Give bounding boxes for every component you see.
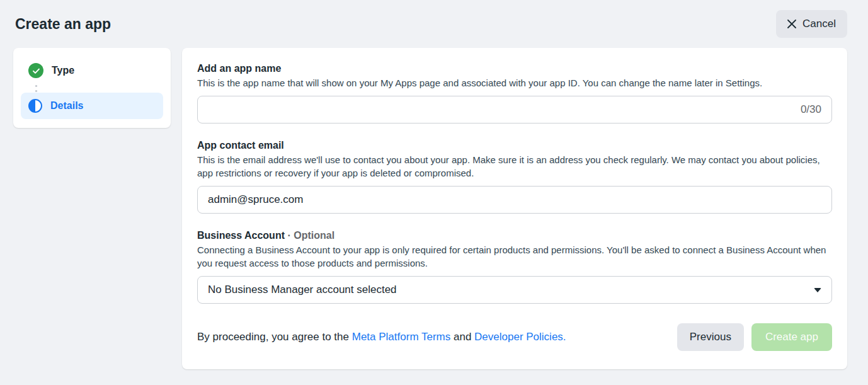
stepper-item-type[interactable]: Type [21, 57, 163, 84]
contact-email-input-wrap [197, 186, 832, 214]
app-name-char-counter: 0/30 [801, 103, 821, 116]
contact-email-description: This is the email address we'll use to c… [197, 153, 832, 180]
app-name-description: This is the app name that will show on y… [197, 76, 832, 89]
contact-email-label: App contact email [197, 140, 832, 151]
business-account-label: Business Account · Optional [197, 230, 832, 241]
business-account-select[interactable]: No Business Manager account selected [197, 276, 832, 304]
business-account-description: Connecting a Business Account to your ap… [197, 243, 832, 270]
stepper-item-type-label: Type [52, 65, 74, 76]
optional-tag: · Optional [287, 230, 334, 241]
stepper-item-details[interactable]: Details [21, 93, 163, 119]
agreement-text: By proceeding, you agree to the Meta Pla… [197, 331, 670, 343]
contact-email-input[interactable] [208, 193, 821, 206]
page-title: Create an app [15, 16, 111, 33]
app-name-label: Add an app name [197, 63, 832, 74]
developer-policies-link[interactable]: Developer Policies. [474, 331, 566, 343]
stepper-connector-dots [35, 85, 37, 92]
step-complete-check-icon [28, 63, 43, 78]
create-app-button[interactable]: Create app [751, 323, 832, 351]
cancel-button[interactable]: Cancel [776, 10, 847, 38]
app-name-input-wrap: 0/30 [197, 96, 832, 124]
close-icon [787, 20, 796, 28]
meta-platform-terms-link[interactable]: Meta Platform Terms [352, 331, 451, 343]
business-account-selected-value: No Business Manager account selected [208, 284, 397, 296]
step-in-progress-icon [28, 99, 42, 113]
content-layout: Type Details Add an app name This is the… [0, 48, 868, 369]
page-header: Create an app Cancel [0, 0, 868, 48]
cancel-button-label: Cancel [802, 18, 836, 30]
stepper-card: Type Details [13, 48, 171, 128]
app-name-section: Add an app name This is the app name tha… [197, 63, 832, 124]
agreement-conjunction: and [450, 331, 474, 343]
stepper-item-details-label: Details [50, 100, 83, 112]
business-account-section: Business Account · Optional Connecting a… [197, 230, 832, 304]
app-name-input[interactable] [208, 103, 801, 116]
form-footer: By proceeding, you agree to the Meta Pla… [197, 320, 832, 354]
details-form-card: Add an app name This is the app name tha… [182, 48, 847, 369]
previous-button[interactable]: Previous [677, 323, 744, 351]
agreement-prefix: By proceeding, you agree to the [197, 331, 352, 343]
business-account-label-text: Business Account [197, 230, 285, 241]
contact-email-section: App contact email This is the email addr… [197, 140, 832, 214]
chevron-down-icon [814, 288, 821, 292]
